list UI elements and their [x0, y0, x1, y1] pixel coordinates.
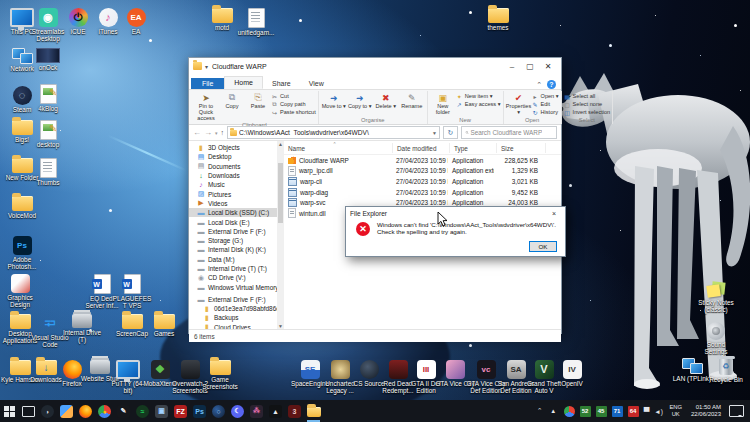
column-header-size[interactable]: Size — [497, 143, 546, 153]
column-header-name[interactable]: ⌃Name — [284, 143, 393, 153]
epic-games[interactable]: ✎ — [114, 400, 133, 422]
nav-item-cd-drive-v-[interactable]: ◉CD Drive (V:) — [189, 273, 277, 282]
desktop-icon-unifiedgam-file[interactable]: unifiedgam... — [236, 8, 276, 36]
ribbon-button-open[interactable]: ▸Open ▾ — [532, 92, 559, 100]
ribbon-button-pin-to-quick-access[interactable]: ➤Pin to Quick access — [193, 91, 219, 122]
ribbon-button-delete[interactable]: ✖Delete ▾ — [373, 91, 399, 111]
desktop-icon-internal-drive-t[interactable]: Internal Drive (T) — [62, 314, 102, 343]
search-input[interactable]: ⌕ Search Cloudflare WARP — [461, 126, 557, 139]
sharex[interactable]: ▣ — [152, 400, 171, 422]
ribbon-button-history[interactable]: ↻History — [532, 108, 559, 116]
address-path[interactable]: C:\Windows\AAct_Tools\wdvdriver\x64WDV\ — [239, 129, 430, 136]
desktop-icon-sticky-notes[interactable]: Sticky Notes (classic) — [696, 282, 736, 313]
nav-item-external-drive-f-f-[interactable]: ▬External Drive F (F:) — [189, 227, 277, 236]
quick-access-toolbar-chevron[interactable]: ▾ — [205, 63, 208, 70]
file-row-warp-cli[interactable]: warp-cli27/04/2023 10:59 PMApplication3,… — [284, 176, 561, 187]
desktop-icon-ea[interactable]: EAEA — [116, 8, 156, 35]
up-icon[interactable]: ↑ — [221, 129, 225, 136]
back-icon[interactable]: ← — [193, 128, 201, 137]
nav-item-local-disk-ssd-c-[interactable]: ▬Local Disk (SSD) (C:) — [189, 208, 277, 217]
forward-icon[interactable]: → — [204, 128, 212, 137]
ribbon-button-new-item[interactable]: ✦New item ▾ — [456, 92, 501, 100]
desktop-icon-game-screenshots-folder[interactable]: Game Screenshots — [200, 360, 240, 390]
nav-item-backups[interactable]: ▮Backups — [189, 313, 277, 322]
nav-item-music[interactable]: ♪Music — [189, 180, 277, 189]
ribbon-button-copy[interactable]: ⧉Copy — [219, 91, 245, 111]
desktop-icon-desktop-ini-file[interactable]: desktop — [28, 120, 68, 148]
nav-item-external-drive-f-f-[interactable]: ▬External Drive F (F:) — [189, 295, 277, 304]
obs[interactable]: ▲ — [266, 400, 285, 422]
network-tray-icon[interactable]: ▀ — [641, 400, 652, 422]
ribbon-button-copy-path[interactable]: ⧉Copy path — [271, 100, 316, 108]
ribbon-button-move-to[interactable]: ➜Move to ▾ — [321, 91, 347, 111]
nav-item-desktop[interactable]: ▤Desktop — [189, 152, 277, 161]
tab-home[interactable]: Home — [224, 76, 263, 89]
ribbon-button-select-none[interactable]: ▢Select none — [564, 100, 611, 108]
temp-71[interactable]: 71 — [609, 406, 625, 417]
column-header-date-modified[interactable]: Date modified — [393, 143, 450, 153]
gta3-app[interactable]: 3 — [285, 400, 304, 422]
scroll-down-icon[interactable]: ▼ — [277, 323, 284, 329]
temp-52[interactable]: 52 — [577, 406, 593, 417]
ok-button[interactable]: OK — [529, 241, 557, 252]
firefox[interactable] — [76, 400, 95, 422]
desktop-icon-4kblog-file[interactable]: 4kBlog — [28, 84, 68, 112]
refresh-icon[interactable]: ↻ — [443, 126, 458, 139]
file-row-warp-diag[interactable]: warp-diag27/04/2023 10:59 PMApplication9… — [284, 187, 561, 198]
ribbon-button-easy-access[interactable]: ↗Easy access ▾ — [456, 100, 501, 108]
desktop-icon-graphics-design-file[interactable]: Graphics Design — [0, 274, 40, 308]
tab-share[interactable]: Share — [263, 78, 300, 89]
desktop-icon-adobe-photoshop[interactable]: PsAdobe Photosh... — [2, 236, 42, 270]
nav-item-pictures[interactable]: ▨Pictures — [189, 189, 277, 198]
ribbon-button-cut[interactable]: ✂Cut — [271, 92, 316, 100]
desktop-icon-themes-folder[interactable]: themes — [478, 8, 518, 31]
start-button[interactable] — [0, 400, 19, 422]
collapse-ribbon-icon[interactable]: ⌃ — [536, 81, 542, 89]
file-explorer[interactable] — [304, 400, 323, 422]
task-view-button[interactable] — [19, 400, 38, 422]
ribbon-button-properties[interactable]: ✔Properties ▾ — [506, 91, 532, 117]
scrollbar-thumb[interactable] — [278, 163, 283, 223]
temp-45[interactable]: 45 — [593, 406, 609, 417]
ribbon-button-new-folder[interactable]: ▣New folder — [430, 91, 456, 117]
desktop-icon-sound-settings[interactable]: Sound Settings — [696, 322, 736, 355]
nav-item-internal-disk-k-k-[interactable]: ▬Internal Disk (K) (K:) — [189, 245, 277, 254]
address-dropdown-chevron[interactable]: ▼ — [432, 130, 437, 136]
nav-item-documents[interactable]: ▤Documents — [189, 162, 277, 171]
ribbon-button-paste[interactable]: ⎘Paste — [245, 91, 271, 111]
tab-view[interactable]: View — [300, 78, 333, 89]
desktop-icon-onock[interactable]: onOck — [28, 48, 68, 71]
nav-item-videos[interactable]: ▶Videos — [189, 199, 277, 208]
action-center-icon[interactable] — [729, 405, 744, 417]
column-header-type[interactable]: Type — [450, 143, 497, 153]
spotify[interactable]: ≈ — [133, 400, 152, 422]
mail-app[interactable]: ◗ — [38, 400, 57, 422]
close-button[interactable]: ✕ — [539, 59, 557, 73]
nav-item-local-disk-e-[interactable]: ▬Local Disk (E:) — [189, 217, 277, 226]
nav-item-cloud-drives[interactable]: ▮Cloud Drives — [189, 323, 277, 329]
maximize-button[interactable]: ▢ — [521, 59, 539, 73]
desktop-icon-thumbs-file[interactable]: Thumbs — [28, 158, 68, 186]
help-icon[interactable]: ? — [547, 80, 556, 89]
nav-item-storage-g-[interactable]: ▬Storage (G:) — [189, 236, 277, 245]
tray-expand-chevron[interactable]: ⌃ — [534, 400, 545, 422]
dialog-titlebar[interactable]: File Explorer × — [346, 207, 565, 219]
address-bar[interactable]: C:\Windows\AAct_Tools\wdvdriver\x64WDV\ … — [227, 126, 440, 139]
nav-item-data-m-[interactable]: ▬Data (M:) — [189, 255, 277, 264]
file-row-warp-ipc-dll[interactable]: warp_ipc.dll27/04/2023 10:59 PMApplicati… — [284, 166, 561, 177]
nav-item-06d1e3ea7d98abfd86c5652fe[interactable]: ▮06d1e3ea7d98abfd86c5652fe — [189, 304, 277, 313]
desktop-icon-games-folder[interactable]: Games — [144, 314, 184, 337]
photoshop[interactable]: Ps — [190, 400, 209, 422]
photos-app[interactable] — [57, 400, 76, 422]
filezilla[interactable]: FZ — [171, 400, 190, 422]
tab-file[interactable]: File — [191, 78, 224, 89]
ribbon-button-select-all[interactable]: ▦Select all — [564, 92, 611, 100]
temp-64[interactable]: 64 — [625, 406, 641, 417]
nav-item-internal-drive-t-t-[interactable]: ▬Internal Drive (T) (T:) — [189, 264, 277, 273]
discord[interactable]: ☾ — [228, 400, 247, 422]
ribbon-button-copy-to[interactable]: ➜Copy to ▾ — [347, 91, 373, 111]
scroll-up-icon[interactable]: ▲ — [277, 141, 284, 147]
clock[interactable]: 01:50 AM 22/06/2023 — [686, 404, 726, 419]
minimize-button[interactable]: – — [503, 59, 521, 73]
paint3d[interactable]: ⁂ — [247, 400, 266, 422]
